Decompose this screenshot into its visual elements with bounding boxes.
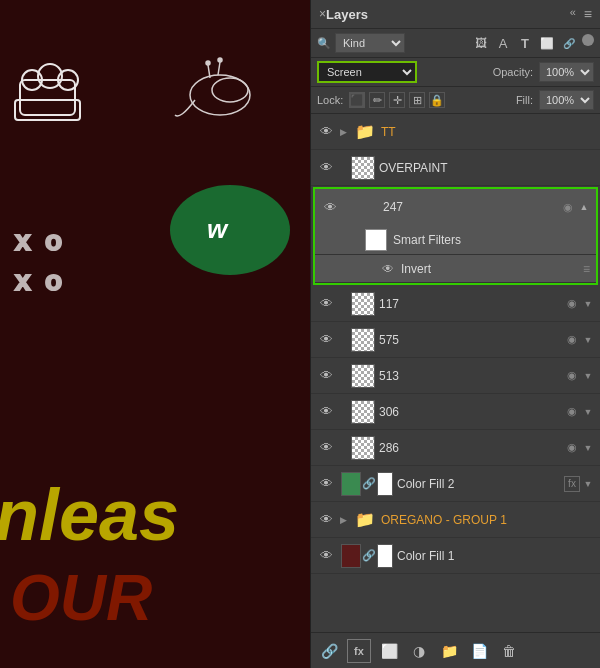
eye-icon-575[interactable]: 👁 bbox=[317, 331, 335, 349]
fill-select[interactable]: 100% bbox=[539, 90, 594, 110]
delete-layer-btn[interactable]: 🗑 bbox=[497, 639, 521, 663]
panel-collapse-btn[interactable]: « bbox=[570, 6, 576, 22]
layer-name-513: 513 bbox=[379, 369, 564, 383]
panel-footer: 🔗 fx ⬜ ◑ 📁 📄 🗑 bbox=[311, 632, 600, 668]
layer-item-513[interactable]: 👁 513 ◉ ▼ bbox=[311, 358, 600, 394]
layers-list[interactable]: 👁 ▶ 📁 TT 👁 OVERPAINT 👁 247 ◉ ▲ bbox=[311, 114, 600, 632]
expand-306[interactable]: ▼ bbox=[582, 403, 594, 421]
eye-icon-306[interactable]: 👁 bbox=[317, 403, 335, 421]
new-layer-btn[interactable]: 📄 bbox=[467, 639, 491, 663]
layer-item-color-fill-1[interactable]: 👁 🔗 Color Fill 1 bbox=[311, 538, 600, 574]
lock-move-btn[interactable]: ✛ bbox=[389, 92, 405, 108]
fx-btn[interactable]: fx bbox=[347, 639, 371, 663]
layer-item-117[interactable]: 👁 117 ◉ ▼ bbox=[311, 286, 600, 322]
blend-row: Screen Normal Multiply Opacity: 100% bbox=[311, 58, 600, 87]
expand-arrow-tt[interactable]: ▶ bbox=[337, 123, 349, 141]
link-layers-btn[interactable]: 🔗 bbox=[317, 639, 341, 663]
layer-name-117: 117 bbox=[379, 297, 564, 311]
panel-title: Layers bbox=[326, 7, 368, 22]
layer-item-overpaint[interactable]: 👁 OVERPAINT bbox=[311, 150, 600, 186]
svg-point-16 bbox=[170, 185, 290, 275]
smart-filters-row[interactable]: Smart Filters bbox=[315, 225, 596, 255]
shape-filter-icon[interactable]: ⬜ bbox=[538, 34, 556, 52]
layer-item-tt[interactable]: 👁 ▶ 📁 TT bbox=[311, 114, 600, 150]
invert-options-icon[interactable]: ≡ bbox=[583, 262, 590, 276]
folder-icon-tt: 📁 bbox=[353, 120, 377, 144]
panel-close-btn[interactable]: × bbox=[319, 7, 326, 21]
eye-slash-icon-117[interactable]: ◉ bbox=[564, 296, 580, 312]
eye-slash-icon-306[interactable]: ◉ bbox=[564, 404, 580, 420]
expand-286[interactable]: ▼ bbox=[582, 439, 594, 457]
lock-icons: ⬛ ✏ ✛ ⊞ 🔒 bbox=[349, 92, 445, 108]
blend-mode-select[interactable]: Screen Normal Multiply bbox=[317, 61, 417, 83]
layer-thumb-overpaint bbox=[351, 156, 375, 180]
type-filter-icon[interactable]: T bbox=[516, 34, 534, 52]
color-fill-2-thumbs: 🔗 bbox=[341, 472, 393, 496]
smart-filter-icon[interactable]: 🔗 bbox=[560, 34, 578, 52]
eye-icon-cf2[interactable]: 👁 bbox=[317, 475, 335, 493]
eye-slash-icon-247[interactable]: ◉ bbox=[560, 199, 576, 215]
lock-pixels-btn[interactable]: ⬛ bbox=[349, 92, 365, 108]
svg-text:OUR: OUR bbox=[10, 562, 152, 634]
chain-icon-cf2: 🔗 bbox=[362, 477, 376, 490]
svg-text:x: x bbox=[15, 225, 31, 256]
new-group-btn[interactable]: 📁 bbox=[437, 639, 461, 663]
lock-paint-btn[interactable]: ✏ bbox=[369, 92, 385, 108]
layer-thumb-117 bbox=[351, 292, 375, 316]
layer-item-286[interactable]: 👁 286 ◉ ▼ bbox=[311, 430, 600, 466]
lock-artboard-btn[interactable]: ⊞ bbox=[409, 92, 425, 108]
eye-icon-cf1[interactable]: 👁 bbox=[317, 547, 335, 565]
layer-right-icons-575: ◉ ▼ bbox=[564, 331, 594, 349]
eye-icon-invert[interactable]: 👁 bbox=[379, 260, 397, 278]
opacity-select[interactable]: 100% bbox=[539, 62, 594, 82]
expand-575[interactable]: ▼ bbox=[582, 331, 594, 349]
invert-row[interactable]: 👁 Invert ≡ bbox=[315, 255, 596, 283]
kind-filter-select[interactable]: Kind bbox=[335, 33, 405, 53]
add-mask-btn[interactable]: ⬜ bbox=[377, 639, 401, 663]
eye-icon-oregano[interactable]: 👁 bbox=[317, 511, 335, 529]
layer-thumb-286 bbox=[351, 436, 375, 460]
layer-item-oregano[interactable]: 👁 ▶ 📁 OREGANO - GROUP 1 bbox=[311, 502, 600, 538]
expand-arrow-oregano[interactable]: ▶ bbox=[337, 511, 349, 529]
lock-all-btn[interactable]: 🔒 bbox=[429, 92, 445, 108]
layer-item-247[interactable]: 👁 247 ◉ ▲ bbox=[315, 189, 596, 225]
layer-name-cf2: Color Fill 2 bbox=[397, 477, 564, 491]
layer-right-icons-117: ◉ ▼ bbox=[564, 295, 594, 313]
lock-row: Lock: ⬛ ✏ ✛ ⊞ 🔒 Fill: 100% bbox=[311, 87, 600, 114]
expand-117[interactable]: ▼ bbox=[582, 295, 594, 313]
svg-text:o: o bbox=[45, 265, 62, 296]
adjustment-filter-icon[interactable]: A bbox=[494, 34, 512, 52]
eye-slash-icon-575[interactable]: ◉ bbox=[564, 332, 580, 348]
eye-icon-513[interactable]: 👁 bbox=[317, 367, 335, 385]
svg-point-11 bbox=[218, 58, 222, 62]
eye-icon-247[interactable]: 👁 bbox=[321, 198, 339, 216]
layers-panel: × Layers « ≡ 🔍 Kind 🖼 A T ⬜ 🔗 Screen Nor… bbox=[310, 0, 600, 668]
eye-icon-overpaint[interactable]: 👁 bbox=[317, 159, 335, 177]
eye-slash-icon-286[interactable]: ◉ bbox=[564, 440, 580, 456]
layer-right-icons-306: ◉ ▼ bbox=[564, 403, 594, 421]
search-icon: 🔍 bbox=[317, 37, 331, 50]
panel-header: × Layers « ≡ bbox=[311, 0, 600, 29]
expand-513[interactable]: ▼ bbox=[582, 367, 594, 385]
filter-toggle-circle[interactable] bbox=[582, 34, 594, 46]
panel-menu-btn[interactable]: ≡ bbox=[584, 6, 592, 22]
layer-right-icons-286: ◉ ▼ bbox=[564, 439, 594, 457]
image-filter-icon[interactable]: 🖼 bbox=[472, 34, 490, 52]
eye-slash-icon-513[interactable]: ◉ bbox=[564, 368, 580, 384]
expand-247[interactable]: ▲ bbox=[578, 198, 590, 216]
smart-filter-thumb bbox=[365, 229, 387, 251]
expand-cf2[interactable]: ▼ bbox=[582, 475, 594, 493]
eye-icon-286[interactable]: 👁 bbox=[317, 439, 335, 457]
highlighted-group-247: 👁 247 ◉ ▲ Smart Filters 👁 Invert ≡ bbox=[313, 187, 598, 285]
layer-item-306[interactable]: 👁 306 ◉ ▼ bbox=[311, 394, 600, 430]
svg-text:nleas: nleas bbox=[0, 475, 179, 555]
fx-icon-cf2[interactable]: fx bbox=[564, 476, 580, 492]
new-fill-btn[interactable]: ◑ bbox=[407, 639, 431, 663]
eye-icon-tt[interactable]: 👁 bbox=[317, 123, 335, 141]
svg-point-10 bbox=[206, 61, 210, 65]
layer-item-575[interactable]: 👁 575 ◉ ▼ bbox=[311, 322, 600, 358]
invert-label: Invert bbox=[401, 262, 583, 276]
eye-icon-117[interactable]: 👁 bbox=[317, 295, 335, 313]
svg-text:w: w bbox=[207, 214, 229, 244]
layer-item-color-fill-2[interactable]: 👁 🔗 Color Fill 2 fx ▼ bbox=[311, 466, 600, 502]
